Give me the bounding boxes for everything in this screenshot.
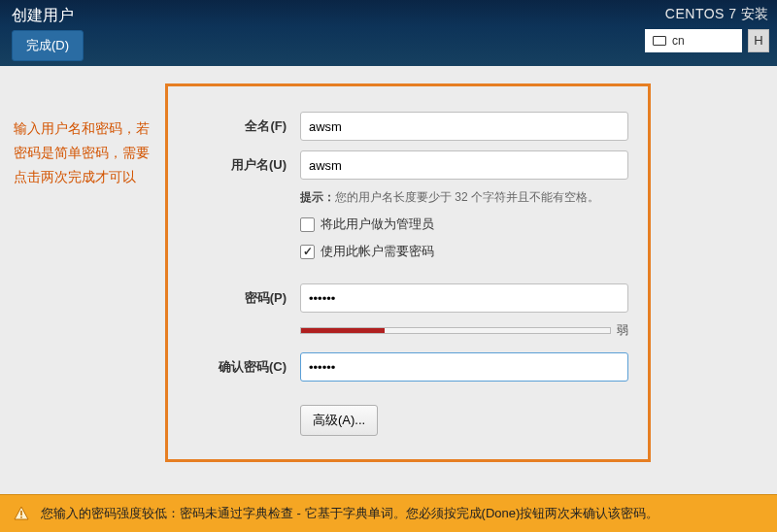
- advanced-button[interactable]: 高级(A)...: [300, 405, 378, 436]
- password-label: 密码(P): [191, 289, 300, 307]
- confirm-password-label: 确认密码(C): [191, 358, 300, 376]
- fullname-input[interactable]: [300, 112, 628, 141]
- password-input[interactable]: [300, 283, 628, 313]
- username-input[interactable]: [300, 150, 628, 180]
- fullname-label: 全名(F): [191, 117, 300, 135]
- done-button[interactable]: 完成(D): [12, 30, 84, 61]
- username-hint: 提示：您的用户名长度要少于 32 个字符并且不能有空格。: [300, 189, 628, 206]
- hint-text-body: 您的用户名长度要少于 32 个字符并且不能有空格。: [335, 190, 599, 204]
- keyboard-layout-label: cn: [672, 34, 685, 48]
- require-password-checkbox-label: 使用此帐户需要密码: [321, 243, 434, 260]
- hint-label: 提示：: [300, 190, 335, 204]
- help-button[interactable]: H: [748, 29, 769, 52]
- admin-checkbox-label: 将此用户做为管理员: [321, 216, 434, 233]
- svg-rect-1: [20, 516, 22, 518]
- installer-title: CENTOS 7 安装: [645, 6, 769, 23]
- svg-rect-0: [20, 511, 22, 515]
- keyboard-icon: [653, 36, 666, 46]
- require-password-checkbox[interactable]: [300, 245, 315, 259]
- password-strength-bar: [300, 327, 611, 334]
- admin-checkbox[interactable]: [300, 217, 315, 232]
- confirm-password-input[interactable]: [300, 352, 628, 382]
- warning-bar: 您输入的密码强度较低：密码未通过字典检查 - 它基于字典单词。您必须按完成(Do…: [0, 494, 777, 532]
- warning-icon: [14, 506, 29, 521]
- keyboard-layout-indicator[interactable]: cn: [645, 29, 742, 52]
- form-container: 全名(F) 用户名(U) 提示：您的用户名长度要少于 32 个字符并且不能有空格…: [165, 83, 651, 462]
- sidebar-note: 输入用户名和密码，若密码是简单密码，需要点击两次完成才可以: [14, 83, 153, 462]
- warning-text: 您输入的密码强度较低：密码未通过字典检查 - 它基于字典单词。您必须按完成(Do…: [41, 505, 659, 522]
- password-strength-fill: [301, 328, 385, 333]
- username-label: 用户名(U): [191, 156, 300, 174]
- password-strength-text: 弱: [617, 322, 628, 339]
